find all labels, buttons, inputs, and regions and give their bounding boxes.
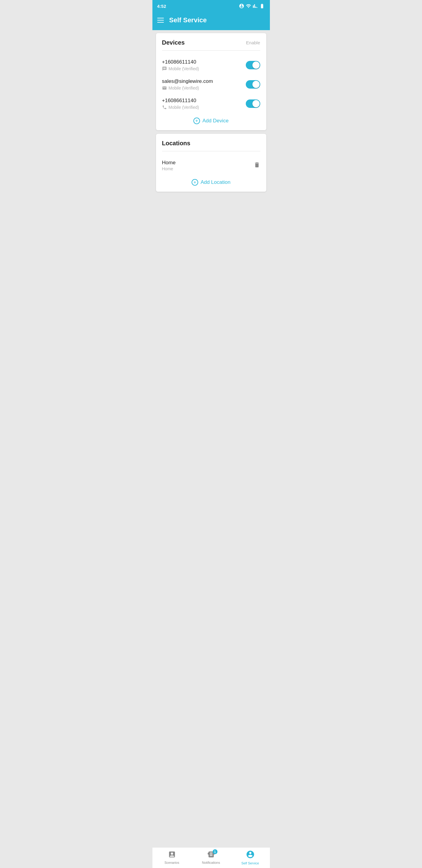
- devices-card: Devices Enable +16086611140 Mobile (Veri…: [156, 33, 266, 130]
- delete-location-button-1[interactable]: [254, 161, 260, 169]
- status-icons: [239, 3, 265, 9]
- locations-divider: [162, 151, 260, 151]
- device-toggle-2[interactable]: [246, 80, 260, 89]
- add-location-label: Add Location: [201, 179, 230, 185]
- menu-button[interactable]: [157, 18, 164, 23]
- status-bar: 4:52: [153, 0, 270, 12]
- location-sub-1: Home: [162, 166, 175, 171]
- device-toggle-3[interactable]: [246, 99, 260, 108]
- sms-icon: [162, 66, 167, 71]
- header-title: Self Service: [169, 16, 207, 24]
- locations-card: Locations Home Home + Add Location: [156, 134, 266, 192]
- signal-icon: [253, 3, 258, 9]
- device-type-1: Mobile (Verified): [162, 66, 199, 71]
- locations-card-header: Locations: [162, 140, 260, 147]
- device-item-2: sales@singlewire.com Mobile (Verified): [162, 75, 260, 94]
- add-device-label: Add Device: [202, 118, 229, 124]
- devices-card-header: Devices Enable: [162, 39, 260, 46]
- location-item-1: Home Home: [162, 156, 260, 175]
- device-type-2: Mobile (Verified): [162, 86, 213, 90]
- main-content: Devices Enable +16086611140 Mobile (Veri…: [153, 30, 270, 195]
- device-type-label-3: Mobile (Verified): [169, 105, 199, 110]
- locations-title: Locations: [162, 140, 190, 147]
- add-location-circle-icon: +: [192, 179, 198, 186]
- location-info-1: Home Home: [162, 160, 175, 171]
- battery-icon: [259, 3, 265, 9]
- add-location-button[interactable]: + Add Location: [162, 175, 260, 187]
- devices-enable-button[interactable]: Enable: [246, 40, 260, 45]
- devices-title: Devices: [162, 39, 185, 46]
- app-status-icon: [239, 3, 244, 9]
- device-type-label-2: Mobile (Verified): [169, 86, 199, 90]
- add-device-circle-icon: +: [193, 118, 200, 124]
- device-type-label-1: Mobile (Verified): [169, 66, 199, 71]
- device-item-1: +16086611140 Mobile (Verified): [162, 56, 260, 75]
- device-number-3: +16086611140: [162, 98, 199, 104]
- location-name-1: Home: [162, 160, 175, 166]
- device-toggle-1[interactable]: [246, 61, 260, 69]
- device-info-2: sales@singlewire.com Mobile (Verified): [162, 79, 213, 90]
- device-info-1: +16086611140 Mobile (Verified): [162, 59, 199, 71]
- device-type-3: Mobile (Verified): [162, 105, 199, 110]
- device-number-2: sales@singlewire.com: [162, 79, 213, 84]
- wifi-icon: [246, 3, 251, 9]
- device-info-3: +16086611140 Mobile (Verified): [162, 98, 199, 110]
- device-number-1: +16086611140: [162, 59, 199, 65]
- email-icon: [162, 86, 167, 90]
- status-time: 4:52: [157, 4, 166, 9]
- phone-icon: [162, 105, 167, 110]
- add-device-button[interactable]: + Add Device: [162, 113, 260, 125]
- device-item-3: +16086611140 Mobile (Verified): [162, 94, 260, 113]
- app-header: Self Service: [153, 12, 270, 30]
- devices-divider: [162, 50, 260, 51]
